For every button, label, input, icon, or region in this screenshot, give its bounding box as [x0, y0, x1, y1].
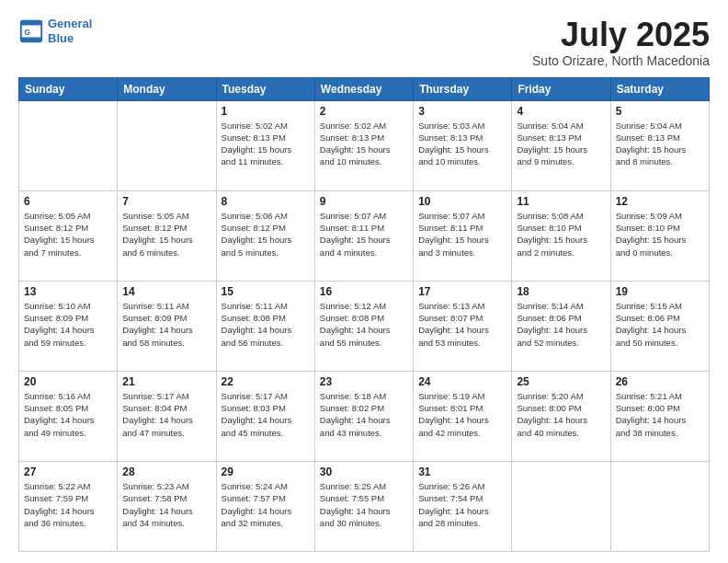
- day-number: 31: [418, 465, 506, 478]
- calendar-cell: 19Sunrise: 5:15 AM Sunset: 8:06 PM Dayli…: [610, 281, 709, 371]
- svg-text:G: G: [25, 27, 31, 36]
- day-number: 7: [122, 195, 210, 208]
- day-number: 30: [320, 465, 408, 478]
- day-number: 12: [616, 195, 704, 208]
- day-info: Sunrise: 5:23 AM Sunset: 7:58 PM Dayligh…: [122, 480, 210, 529]
- calendar-cell: 13Sunrise: 5:10 AM Sunset: 8:09 PM Dayli…: [19, 281, 118, 371]
- calendar-cell: 3Sunrise: 5:03 AM Sunset: 8:13 PM Daylig…: [414, 100, 512, 190]
- day-info: Sunrise: 5:17 AM Sunset: 8:03 PM Dayligh…: [222, 390, 310, 439]
- calendar-cell: 5Sunrise: 5:04 AM Sunset: 8:13 PM Daylig…: [610, 100, 709, 190]
- day-info: Sunrise: 5:05 AM Sunset: 8:12 PM Dayligh…: [122, 210, 210, 259]
- calendar-cell: 30Sunrise: 5:25 AM Sunset: 7:55 PM Dayli…: [314, 461, 413, 551]
- calendar-week-row-0: 1Sunrise: 5:02 AM Sunset: 8:13 PM Daylig…: [19, 100, 710, 190]
- day-info: Sunrise: 5:05 AM Sunset: 8:12 PM Dayligh…: [24, 210, 112, 259]
- day-info: Sunrise: 5:07 AM Sunset: 8:11 PM Dayligh…: [418, 210, 506, 259]
- col-friday: Friday: [512, 77, 610, 100]
- day-number: 21: [122, 375, 210, 388]
- calendar-table: Sunday Monday Tuesday Wednesday Thursday…: [18, 77, 710, 552]
- calendar-cell: 20Sunrise: 5:16 AM Sunset: 8:05 PM Dayli…: [19, 371, 118, 461]
- calendar-cell: 21Sunrise: 5:17 AM Sunset: 8:04 PM Dayli…: [118, 371, 216, 461]
- calendar-cell: 16Sunrise: 5:12 AM Sunset: 8:08 PM Dayli…: [314, 281, 413, 371]
- col-sunday: Sunday: [19, 77, 118, 100]
- col-saturday: Saturday: [610, 77, 709, 100]
- day-number: 18: [517, 285, 605, 298]
- day-info: Sunrise: 5:14 AM Sunset: 8:06 PM Dayligh…: [517, 300, 605, 349]
- calendar-cell: 18Sunrise: 5:14 AM Sunset: 8:06 PM Dayli…: [512, 281, 610, 371]
- calendar-cell: 31Sunrise: 5:26 AM Sunset: 7:54 PM Dayli…: [414, 461, 512, 551]
- day-number: 14: [122, 285, 210, 298]
- calendar-week-row-3: 20Sunrise: 5:16 AM Sunset: 8:05 PM Dayli…: [19, 371, 710, 461]
- day-number: 15: [222, 285, 310, 298]
- day-number: 3: [418, 105, 506, 118]
- day-info: Sunrise: 5:18 AM Sunset: 8:02 PM Dayligh…: [320, 390, 408, 439]
- day-info: Sunrise: 5:16 AM Sunset: 8:05 PM Dayligh…: [24, 390, 112, 439]
- day-info: Sunrise: 5:06 AM Sunset: 8:12 PM Dayligh…: [222, 210, 310, 259]
- col-tuesday: Tuesday: [216, 77, 314, 100]
- day-info: Sunrise: 5:12 AM Sunset: 8:08 PM Dayligh…: [320, 300, 408, 349]
- day-number: 4: [517, 105, 605, 118]
- calendar-cell: [19, 100, 118, 190]
- calendar-cell: 12Sunrise: 5:09 AM Sunset: 8:10 PM Dayli…: [610, 190, 709, 281]
- calendar-cell: [512, 461, 610, 551]
- title-block: July 2025 Suto Orizare, North Macedonia: [532, 17, 710, 68]
- day-number: 20: [24, 375, 112, 388]
- day-info: Sunrise: 5:03 AM Sunset: 8:13 PM Dayligh…: [418, 120, 506, 168]
- calendar-week-row-2: 13Sunrise: 5:10 AM Sunset: 8:09 PM Dayli…: [19, 281, 710, 371]
- day-info: Sunrise: 5:11 AM Sunset: 8:08 PM Dayligh…: [222, 300, 310, 349]
- subtitle: Suto Orizare, North Macedonia: [532, 53, 710, 68]
- calendar-cell: 10Sunrise: 5:07 AM Sunset: 8:11 PM Dayli…: [414, 190, 512, 281]
- calendar-cell: 23Sunrise: 5:18 AM Sunset: 8:02 PM Dayli…: [314, 371, 413, 461]
- day-info: Sunrise: 5:11 AM Sunset: 8:09 PM Dayligh…: [122, 300, 210, 349]
- day-number: 25: [517, 375, 605, 388]
- day-info: Sunrise: 5:25 AM Sunset: 7:55 PM Dayligh…: [320, 480, 408, 529]
- calendar-cell: [118, 100, 216, 190]
- calendar-cell: 8Sunrise: 5:06 AM Sunset: 8:12 PM Daylig…: [216, 190, 314, 281]
- day-number: 6: [24, 195, 112, 208]
- day-number: 28: [122, 465, 210, 478]
- day-number: 16: [320, 285, 408, 298]
- calendar-week-row-4: 27Sunrise: 5:22 AM Sunset: 7:59 PM Dayli…: [19, 461, 710, 551]
- day-number: 1: [222, 105, 310, 118]
- day-number: 26: [616, 375, 704, 388]
- day-number: 24: [418, 375, 506, 388]
- logo-line1: General: [48, 17, 92, 30]
- calendar-cell: 1Sunrise: 5:02 AM Sunset: 8:13 PM Daylig…: [216, 100, 314, 190]
- day-info: Sunrise: 5:13 AM Sunset: 8:07 PM Dayligh…: [418, 300, 506, 349]
- calendar-cell: 2Sunrise: 5:02 AM Sunset: 8:13 PM Daylig…: [314, 100, 413, 190]
- calendar-cell: 14Sunrise: 5:11 AM Sunset: 8:09 PM Dayli…: [118, 281, 216, 371]
- calendar-cell: 7Sunrise: 5:05 AM Sunset: 8:12 PM Daylig…: [118, 190, 216, 281]
- calendar-cell: [610, 461, 709, 551]
- day-number: 13: [24, 285, 112, 298]
- day-info: Sunrise: 5:02 AM Sunset: 8:13 PM Dayligh…: [222, 120, 310, 168]
- day-number: 29: [222, 465, 310, 478]
- day-info: Sunrise: 5:19 AM Sunset: 8:01 PM Dayligh…: [418, 390, 506, 439]
- day-info: Sunrise: 5:10 AM Sunset: 8:09 PM Dayligh…: [24, 300, 112, 349]
- day-info: Sunrise: 5:02 AM Sunset: 8:13 PM Dayligh…: [320, 120, 408, 168]
- logo-icon: G: [18, 18, 44, 44]
- day-info: Sunrise: 5:09 AM Sunset: 8:10 PM Dayligh…: [616, 210, 704, 259]
- header: G General Blue July 2025 Suto Orizare, N…: [18, 17, 710, 68]
- page: G General Blue July 2025 Suto Orizare, N…: [0, 0, 728, 563]
- logo-text: General Blue: [48, 17, 92, 45]
- col-monday: Monday: [118, 77, 216, 100]
- day-info: Sunrise: 5:04 AM Sunset: 8:13 PM Dayligh…: [616, 120, 704, 168]
- day-info: Sunrise: 5:04 AM Sunset: 8:13 PM Dayligh…: [517, 120, 605, 168]
- day-number: 2: [320, 105, 408, 118]
- day-number: 23: [320, 375, 408, 388]
- day-info: Sunrise: 5:07 AM Sunset: 8:11 PM Dayligh…: [320, 210, 408, 259]
- day-number: 8: [222, 195, 310, 208]
- calendar-cell: 24Sunrise: 5:19 AM Sunset: 8:01 PM Dayli…: [414, 371, 512, 461]
- calendar-cell: 6Sunrise: 5:05 AM Sunset: 8:12 PM Daylig…: [19, 190, 118, 281]
- calendar-cell: 25Sunrise: 5:20 AM Sunset: 8:00 PM Dayli…: [512, 371, 610, 461]
- calendar-cell: 27Sunrise: 5:22 AM Sunset: 7:59 PM Dayli…: [19, 461, 118, 551]
- day-info: Sunrise: 5:26 AM Sunset: 7:54 PM Dayligh…: [418, 480, 506, 529]
- calendar-cell: 11Sunrise: 5:08 AM Sunset: 8:10 PM Dayli…: [512, 190, 610, 281]
- day-info: Sunrise: 5:17 AM Sunset: 8:04 PM Dayligh…: [122, 390, 210, 439]
- calendar-cell: 9Sunrise: 5:07 AM Sunset: 8:11 PM Daylig…: [314, 190, 413, 281]
- calendar-cell: 4Sunrise: 5:04 AM Sunset: 8:13 PM Daylig…: [512, 100, 610, 190]
- calendar-cell: 26Sunrise: 5:21 AM Sunset: 8:00 PM Dayli…: [610, 371, 709, 461]
- day-number: 27: [24, 465, 112, 478]
- day-info: Sunrise: 5:21 AM Sunset: 8:00 PM Dayligh…: [616, 390, 704, 439]
- col-wednesday: Wednesday: [314, 77, 413, 100]
- day-number: 17: [418, 285, 506, 298]
